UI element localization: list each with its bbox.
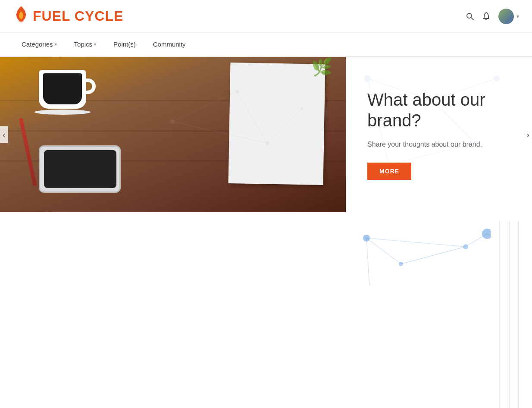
network-pattern-hero <box>0 57 346 212</box>
svg-point-25 <box>482 229 491 239</box>
svg-line-31 <box>487 234 491 251</box>
card-2-body: How do you prefer to shop? Online or in-… <box>509 299 510 408</box>
svg-line-29 <box>401 247 466 264</box>
user-avatar-wrapper[interactable]: ▾ <box>498 9 519 24</box>
hero-prev-button[interactable]: ‹ <box>0 126 8 143</box>
nav-categories[interactable]: Categories ▾ <box>13 33 66 56</box>
bell-icon <box>482 12 491 21</box>
hero-image: 🌿 ‹ <box>0 57 346 212</box>
hero-subtitle: Share your thoughts about our brand. <box>367 139 510 150</box>
svg-point-23 <box>399 262 403 266</box>
header-icons: ▾ <box>466 9 519 24</box>
nav-categories-label: Categories <box>22 41 53 48</box>
search-button[interactable] <box>466 12 474 21</box>
svg-line-2 <box>471 17 474 20</box>
nav-topics[interactable]: Topics ▾ <box>66 33 105 56</box>
svg-line-33 <box>366 238 466 247</box>
hero-section: 🌿 ‹ What about our brand <box>0 57 532 212</box>
svg-line-30 <box>466 234 487 247</box>
logo: FUEL CYCLE <box>13 5 123 27</box>
svg-point-22 <box>363 235 370 242</box>
nav-community-label: Community <box>153 41 186 48</box>
chevron-down-icon: ▾ <box>516 13 519 19</box>
search-icon <box>466 12 474 21</box>
chevron-down-icon: ▾ <box>55 42 57 47</box>
card-1[interactable]: ZARA SAINTS 🎁 20 Visit your nearby locat… <box>499 221 500 408</box>
header: FUEL CYCLE ▾ <box>0 0 532 33</box>
svg-line-11 <box>172 122 267 143</box>
card-2[interactable]: 🎁 10 How do you prefer to shop? Online o… <box>509 221 510 408</box>
hero-next-button[interactable]: › <box>524 126 532 143</box>
svg-point-24 <box>463 244 468 249</box>
nav-points-label: Point(s) <box>113 41 136 48</box>
card-1-body: Visit your nearby location Visit your lo… <box>500 299 500 408</box>
network-pattern-text <box>346 57 532 212</box>
logo-text: FUEL CYCLE <box>33 8 123 24</box>
svg-line-9 <box>237 91 267 143</box>
card-3[interactable]: 🎁 20 Welcome to our community! Welcome t… <box>518 221 519 408</box>
svg-line-10 <box>267 109 302 143</box>
nav-community[interactable]: Community <box>144 33 194 56</box>
svg-line-36 <box>366 238 371 286</box>
hero-title: What about our brand? <box>367 89 510 131</box>
avatar <box>498 9 514 24</box>
cards-section: ZARA SAINTS 🎁 20 Visit your nearby locat… <box>0 212 532 408</box>
flame-icon <box>13 5 29 27</box>
hero-more-button[interactable]: MORE <box>367 163 411 180</box>
svg-point-0 <box>19 19 24 22</box>
notifications-button[interactable] <box>482 12 491 21</box>
nav-topics-label: Topics <box>74 41 93 48</box>
hero-text-panel: What about our brand? Share your thought… <box>346 57 532 212</box>
chevron-down-icon: ▾ <box>94 42 96 47</box>
svg-line-28 <box>366 238 401 264</box>
avatar-image <box>498 9 514 24</box>
svg-line-8 <box>172 91 237 122</box>
network-background <box>13 221 491 286</box>
card-3-body: Welcome to our community! Welcome to the… <box>519 299 519 408</box>
nav-points[interactable]: Point(s) <box>105 33 144 56</box>
navbar: Categories ▾ Topics ▾ Point(s) Community <box>0 33 532 57</box>
